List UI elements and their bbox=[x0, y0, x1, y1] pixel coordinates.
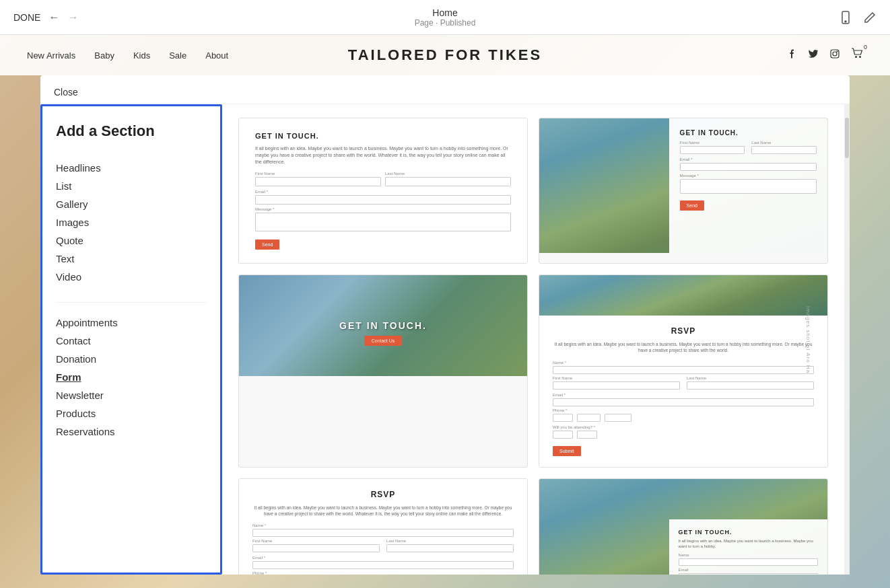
svg-point-3 bbox=[833, 52, 837, 56]
advanced-sections: Appointments Contact Donation Form Newsl… bbox=[56, 314, 207, 441]
form-text-1: It all begins with an idea. Maybe you wa… bbox=[255, 145, 511, 165]
form-send-button-1[interactable]: Send bbox=[255, 240, 279, 250]
field-4-first bbox=[553, 381, 680, 390]
done-button[interactable]: DONE bbox=[13, 12, 40, 23]
form-row-2a: First Name Last Name bbox=[680, 141, 817, 154]
form-title-1: GET IN TOUCH. bbox=[255, 132, 511, 140]
top-bar-left: DONE ← → bbox=[13, 11, 78, 24]
field-2-message bbox=[680, 179, 817, 194]
nav-link-about[interactable]: About bbox=[205, 50, 228, 61]
field-6-name bbox=[679, 558, 818, 566]
form-text-6: It all begins with an idea. Maybe you wa… bbox=[679, 538, 818, 550]
field-5-last bbox=[386, 544, 514, 552]
form-row-4b bbox=[553, 414, 814, 422]
sidebar-item-headlines[interactable]: Headlines bbox=[56, 159, 207, 177]
field-4-end bbox=[605, 414, 631, 422]
field-6-email bbox=[679, 573, 818, 575]
sidebar-item-form[interactable]: Form bbox=[56, 368, 207, 386]
svg-point-5 bbox=[855, 56, 857, 58]
sidebar-item-quote[interactable]: Quote bbox=[56, 231, 207, 250]
basic-sections: Headlines List Gallery Images Quote Text… bbox=[56, 159, 207, 286]
twitter-icon[interactable] bbox=[808, 48, 819, 62]
rsvp-mountain-preview: RSVP It all begins with an idea. Maybe y… bbox=[539, 275, 827, 466]
field-label-last: Last Name bbox=[385, 172, 511, 176]
sidebar-item-text[interactable]: Text bbox=[56, 250, 207, 268]
field-4-yes bbox=[553, 431, 573, 439]
field-4-email bbox=[553, 398, 814, 406]
sidebar-item-newsletter[interactable]: Newsletter bbox=[56, 386, 207, 404]
nav-bar: New Arrivals Baby Kids Sale About TAILOR… bbox=[0, 35, 890, 75]
preview-grid: GET IN TOUCH. It all begins with an idea… bbox=[222, 104, 844, 575]
contact-btn-3[interactable]: Contact Us bbox=[365, 336, 402, 346]
sidebar-item-contact[interactable]: Contact bbox=[56, 332, 207, 350]
label-2-email: Email * bbox=[680, 157, 817, 161]
label-5-first: First Name bbox=[252, 539, 380, 543]
field-label-email: Email * bbox=[255, 190, 511, 194]
field-2-first bbox=[680, 146, 745, 154]
sidebar-title: Add a Section bbox=[56, 122, 207, 140]
rsvp-submit-4[interactable]: Submit bbox=[553, 446, 581, 456]
sidebar-item-list[interactable]: List bbox=[56, 177, 207, 195]
svg-point-6 bbox=[859, 56, 861, 58]
nav-link-baby[interactable]: Baby bbox=[94, 50, 114, 61]
field-2-email bbox=[680, 163, 817, 171]
redo-button[interactable]: → bbox=[67, 11, 78, 24]
sidebar-item-donation[interactable]: Donation bbox=[56, 350, 207, 368]
form-row-1: First Name Last Name bbox=[255, 172, 511, 186]
edit-button[interactable] bbox=[863, 11, 877, 24]
preview-get-in-touch-side[interactable]: GET IN TOUCH. It all begins with an idea… bbox=[539, 478, 828, 575]
top-bar-center: Home Page · Published bbox=[415, 7, 476, 28]
rsvp-title-4: RSVP bbox=[553, 326, 814, 336]
field-5-email bbox=[252, 561, 514, 569]
form-title-6: GET IN TOUCH. bbox=[679, 529, 818, 536]
top-bar-right bbox=[839, 11, 877, 24]
field-5-first bbox=[252, 544, 380, 552]
page-status: Page · Published bbox=[415, 18, 476, 28]
sidebar-item-reservations[interactable]: Reservations bbox=[56, 422, 207, 441]
cart-icon[interactable]: 0 bbox=[851, 48, 863, 63]
label-4-first: First Name bbox=[553, 376, 680, 380]
nav-link-sale[interactable]: Sale bbox=[169, 50, 186, 61]
sidebar-item-images[interactable]: Images bbox=[56, 213, 207, 231]
scrollbar-thumb bbox=[845, 118, 849, 158]
svg-point-4 bbox=[837, 51, 837, 52]
field-4-mid bbox=[577, 414, 601, 422]
preview-get-in-touch-simple[interactable]: GET IN TOUCH. It all begins with an idea… bbox=[238, 118, 528, 264]
label-2-first: First Name bbox=[680, 141, 745, 145]
site-logo: TAILORED FOR TIKES bbox=[348, 46, 542, 64]
landscape-title-3: GET IN TOUCH. bbox=[339, 320, 427, 331]
field-4-area bbox=[553, 414, 573, 422]
close-panel-button[interactable]: Close bbox=[54, 87, 78, 98]
rsvp-text-4: It all begins with an idea. Maybe you wa… bbox=[553, 341, 814, 353]
sidebar-item-products[interactable]: Products bbox=[56, 404, 207, 422]
instagram-icon[interactable] bbox=[829, 48, 840, 62]
field-5-name bbox=[252, 529, 514, 537]
preview-rsvp-mountain[interactable]: RSVP It all begins with an idea. Maybe y… bbox=[539, 274, 828, 467]
sidebar-item-gallery[interactable]: Gallery bbox=[56, 195, 207, 213]
label-4-last: Last Name bbox=[687, 376, 814, 380]
field-4-last bbox=[687, 381, 814, 390]
form-row-4c bbox=[553, 431, 814, 439]
form-row-4a: First Name Last Name bbox=[553, 376, 814, 390]
mountain-preview-2: GET IN TOUCH. First Name Last Name bbox=[539, 118, 827, 253]
vertical-credit: Images shot at Aro Ha bbox=[805, 305, 811, 373]
preview-landscape-full[interactable]: GET IN TOUCH. Contact Us bbox=[238, 274, 528, 467]
label-4-phone: Phone * bbox=[553, 408, 814, 412]
nav-link-new-arrivals[interactable]: New Arrivals bbox=[27, 50, 75, 61]
nav-social-icons: 0 bbox=[786, 48, 863, 63]
form-send-button-2[interactable]: Send bbox=[680, 200, 704, 211]
sidebar-divider bbox=[56, 302, 207, 303]
mobile-preview-button[interactable] bbox=[839, 11, 852, 24]
nav-link-kids[interactable]: Kids bbox=[133, 50, 150, 61]
rsvp-text-5: It all begins with an idea. Maybe you wa… bbox=[252, 505, 514, 517]
sidebar-item-appointments[interactable]: Appointments bbox=[56, 314, 207, 332]
preview-rsvp-large[interactable]: RSVP It all begins with an idea. Maybe y… bbox=[238, 478, 528, 575]
preview-get-in-touch-mountain[interactable]: GET IN TOUCH. First Name Last Name bbox=[539, 118, 828, 264]
field-label-first: First Name bbox=[255, 172, 381, 176]
undo-button[interactable]: ← bbox=[48, 11, 59, 24]
field-last-name bbox=[385, 177, 511, 186]
panel-scrollbar[interactable] bbox=[844, 104, 850, 575]
sidebar-item-video[interactable]: Video bbox=[56, 268, 207, 286]
field-first-name bbox=[255, 177, 381, 186]
facebook-icon[interactable] bbox=[786, 48, 797, 62]
